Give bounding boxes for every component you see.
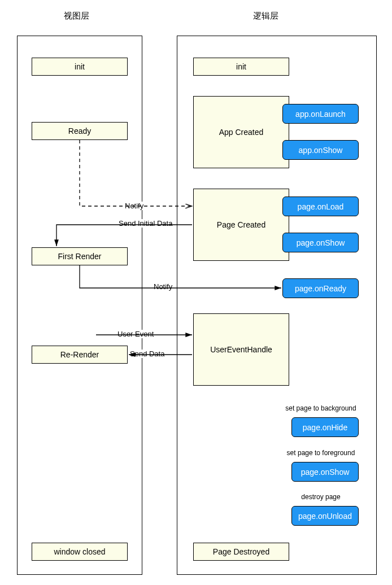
- event-app-onlaunch: app.onLaunch: [282, 104, 359, 124]
- event-page-onhide: page.onHide: [291, 417, 359, 437]
- event-page-onshow: page.onShow: [282, 233, 359, 252]
- edge-label-send-initial: Send Initial Data: [117, 219, 173, 228]
- view-layer-column: [17, 36, 142, 575]
- edge-label-notify-2: Notify: [153, 282, 173, 291]
- event-page-onunload: page.onUnload: [291, 506, 359, 526]
- view-window-closed: window closed: [32, 543, 128, 561]
- event-page-onready: page.onReady: [282, 278, 359, 298]
- logic-app-created: App Created: [193, 96, 289, 168]
- view-re-render: Re-Render: [32, 346, 128, 364]
- caption-set-background: set page to background: [276, 404, 366, 412]
- logic-page-created: Page Created: [193, 189, 289, 261]
- event-page-onload: page.onLoad: [282, 197, 359, 216]
- caption-set-foreground: set page to foreground: [276, 449, 366, 457]
- view-ready: Ready: [32, 122, 128, 140]
- view-first-render: First Render: [32, 247, 128, 265]
- logic-user-event-handle: UserEventHandle: [193, 313, 289, 386]
- view-init: init: [32, 58, 128, 76]
- event-app-onshow: app.onShow: [282, 140, 359, 160]
- logic-init: init: [193, 58, 289, 76]
- edge-label-send-data: Send Data: [129, 350, 165, 358]
- event-page-onshow-2: page.onShow: [291, 462, 359, 482]
- logic-page-destroyed: Page Destroyed: [193, 543, 289, 561]
- edge-label-user-event: User Event: [116, 330, 155, 338]
- edge-label-notify-1: Notify: [124, 202, 145, 210]
- caption-destroy-page: destroy page: [276, 493, 366, 501]
- heading-view-layer: 视图层: [48, 11, 104, 21]
- heading-logic-layer: 逻辑层: [237, 11, 294, 21]
